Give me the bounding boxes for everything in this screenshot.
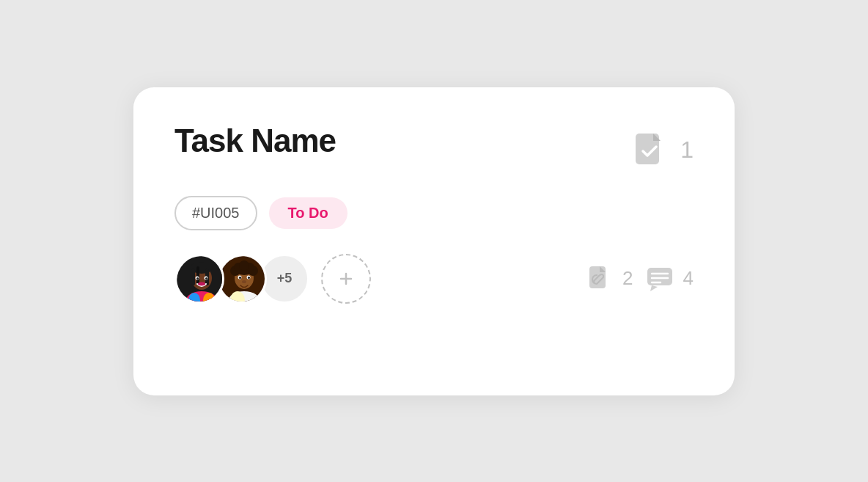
svg-point-27 [239,277,241,279]
doc-stat: 1 [628,128,694,172]
doc-check-icon [628,128,672,172]
avatars-group: +5 [174,254,371,304]
status-badge[interactable]: To Do [269,197,347,229]
header-row: Task Name 1 [174,123,694,172]
comment-count: 4 [683,267,694,290]
avatar-1[interactable] [174,254,224,304]
attachment-icon [581,261,617,296]
attachment-stat: 2 [581,261,633,296]
add-member-button[interactable] [321,254,371,304]
avatar-extra-count[interactable]: +5 [260,254,309,304]
attachment-count: 2 [622,267,633,290]
tags-row: #UI005 To Do [174,196,694,230]
svg-rect-8 [196,266,199,285]
svg-point-28 [248,277,250,279]
task-id-tag[interactable]: #UI005 [174,196,257,230]
stats-group: 2 4 [581,261,694,296]
svg-rect-7 [191,268,195,285]
extra-count-label: +5 [277,271,293,286]
svg-point-12 [196,277,199,280]
doc-count: 1 [680,136,694,164]
svg-point-14 [198,282,205,285]
svg-point-29 [242,280,246,283]
avatar-2[interactable] [217,254,267,304]
bottom-row: +5 [174,254,694,304]
comment-stat: 4 [642,261,694,296]
task-name[interactable]: Task Name [174,123,336,159]
comment-icon [642,261,677,296]
svg-point-24 [239,260,249,271]
svg-point-13 [205,277,207,280]
task-card: Task Name 1 #UI005 To Do [133,87,735,395]
